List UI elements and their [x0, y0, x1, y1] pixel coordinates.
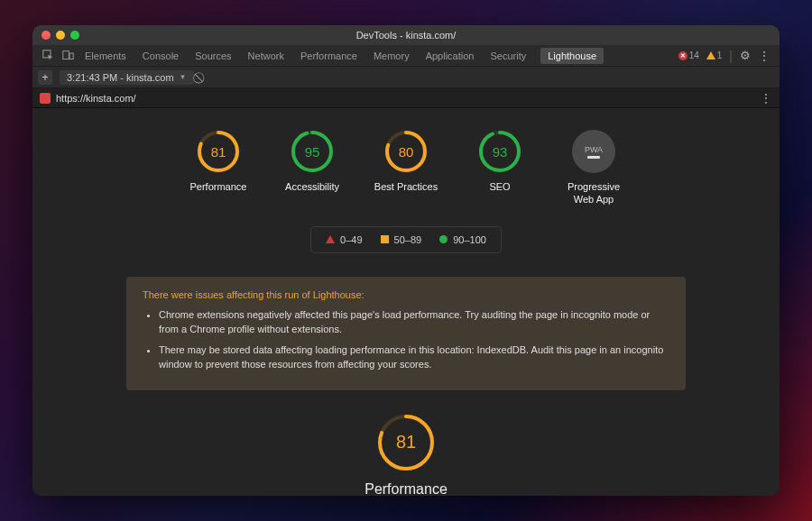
svg-rect-2	[69, 53, 73, 59]
new-report-button[interactable]: +	[38, 70, 52, 85]
url-bar: https://kinsta.com/ ⋮	[32, 88, 780, 108]
warning-title: There were issues affecting this run of …	[143, 289, 669, 300]
panel-tabbar: Elements Console Sources Network Perform…	[32, 45, 780, 67]
warning-icon	[706, 51, 715, 59]
warning-count: 1	[717, 50, 723, 60]
warning-item: There may be stored data affecting loadi…	[159, 343, 669, 372]
devtools-window: DevTools - kinsta.com/ Elements Console …	[32, 25, 780, 496]
tab-elements[interactable]: Elements	[83, 50, 128, 61]
report-body: 81 Performance 95 Accessibility 80 Best …	[32, 108, 780, 496]
tab-security[interactable]: Security	[488, 50, 528, 61]
device-toolbar-icon[interactable]	[58, 45, 78, 66]
tab-memory[interactable]: Memory	[372, 50, 411, 61]
svg-rect-1	[62, 51, 69, 59]
legend-mid: 50–89	[381, 234, 422, 245]
legend-low: 0–49	[326, 234, 362, 245]
warning-item: Chrome extensions negatively affected th…	[159, 307, 669, 337]
lighthouse-toolbar: + 3:21:43 PM - kinsta.com ▼ ⃠	[32, 67, 780, 88]
performance-section: 81 Performance	[60, 414, 752, 496]
panel-tabs: Elements Console Sources Network Perform…	[78, 45, 678, 66]
warning-box: There were issues affecting this run of …	[126, 277, 686, 390]
triangle-icon	[326, 235, 335, 243]
tab-console[interactable]: Console	[141, 50, 180, 61]
inspect-element-icon[interactable]	[38, 45, 58, 66]
minimize-button[interactable]	[56, 31, 65, 40]
url-text: https://kinsta.com/	[56, 93, 136, 104]
favicon	[40, 93, 51, 104]
close-button[interactable]	[42, 31, 51, 40]
more-icon[interactable]: ⋮	[758, 50, 770, 62]
score-gauges: 81 Performance 95 Accessibility 80 Best …	[60, 130, 752, 206]
tabbar-status: ✕ 14 1 | ⚙ ⋮	[678, 45, 774, 66]
legend-high: 90–100	[439, 234, 486, 245]
circle-icon	[439, 235, 448, 243]
gear-icon[interactable]: ⚙	[740, 49, 751, 62]
report-tab-label: 3:21:43 PM - kinsta.com	[67, 72, 174, 83]
maximize-button[interactable]	[70, 31, 79, 40]
gauge-best-practices[interactable]: 80 Best Practices	[373, 130, 439, 206]
section-title: Performance	[364, 480, 448, 496]
chevron-down-icon: ▼	[180, 73, 187, 81]
tab-performance[interactable]: Performance	[299, 50, 359, 61]
tab-application[interactable]: Application	[424, 50, 476, 61]
tab-network[interactable]: Network	[246, 50, 286, 61]
traffic-lights	[42, 31, 79, 40]
warning-list: Chrome extensions negatively affected th…	[143, 307, 669, 372]
gauge-pwa[interactable]: PWA Progressive Web App	[560, 130, 627, 206]
warning-badge[interactable]: 1	[706, 50, 723, 60]
error-count: 14	[689, 50, 699, 60]
pwa-badge: PWA	[572, 130, 615, 173]
score-legend: 0–49 50–89 90–100	[310, 226, 502, 253]
tab-lighthouse[interactable]: Lighthouse	[540, 48, 604, 64]
url-more-icon[interactable]: ⋮	[760, 92, 772, 105]
titlebar: DevTools - kinsta.com/	[32, 25, 780, 45]
square-icon	[381, 235, 389, 243]
error-icon: ✕	[678, 51, 687, 60]
tab-sources[interactable]: Sources	[193, 50, 233, 61]
window-title: DevTools - kinsta.com/	[356, 30, 457, 41]
gauge-seo[interactable]: 93 SEO	[466, 130, 533, 206]
gauge-performance[interactable]: 81 Performance	[185, 130, 252, 206]
error-badge[interactable]: ✕ 14	[678, 50, 699, 60]
report-tab[interactable]: 3:21:43 PM - kinsta.com ▼	[60, 70, 194, 85]
gauge-accessibility[interactable]: 95 Accessibility	[279, 130, 346, 206]
